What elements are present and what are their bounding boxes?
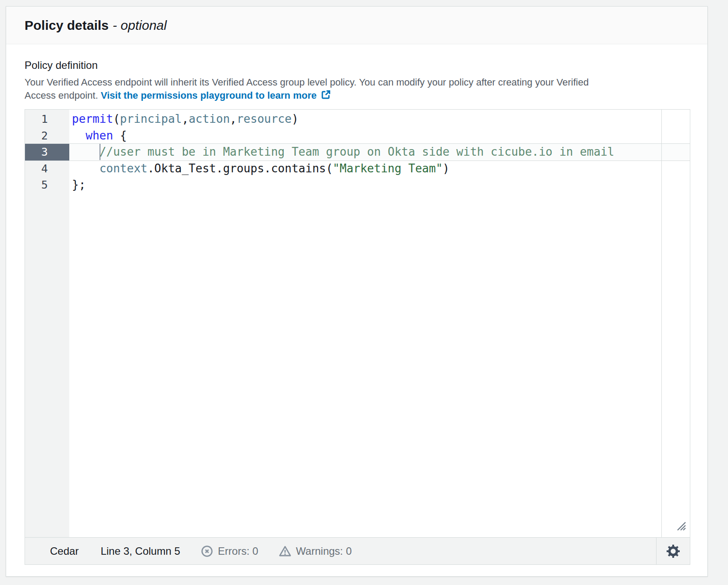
code-line-2[interactable]: when {: [69, 128, 690, 144]
panel-title-optional: - optional: [113, 18, 167, 33]
code-line-3[interactable]: //user must be in Marketing Team group o…: [69, 144, 690, 161]
warning-triangle-icon: [278, 545, 292, 558]
code-line-1[interactable]: permit(principal,action,resource): [69, 111, 690, 128]
code-token-plain: [72, 129, 86, 142]
error-count: Errors: 0: [200, 545, 258, 558]
line-number-2[interactable]: 2: [25, 128, 69, 144]
gear-icon: [666, 544, 681, 559]
code-token-comment: //user must be in Marketing Team group o…: [100, 145, 614, 158]
code-editor: 12345 permit(principal,action,resource) …: [25, 109, 690, 565]
code-line-4[interactable]: context.Okta_Test.groups.contains("Marke…: [69, 161, 690, 177]
editor-gutter: 12345: [25, 110, 69, 537]
status-language: Cedar: [50, 545, 79, 557]
code-token-plain: ,: [182, 112, 189, 125]
policy-description: Your Verified Access endpoint will inher…: [25, 76, 690, 104]
code-token-plain: };: [72, 178, 86, 191]
code-token-keyword: when: [86, 129, 113, 142]
code-token-identifier: resource: [237, 112, 292, 125]
description-line-2-prefix: Access endpoint.: [25, 90, 101, 101]
code-token-plain: [72, 145, 100, 158]
line-number-4[interactable]: 4: [25, 161, 69, 177]
editor-resize-handle[interactable]: [675, 520, 687, 533]
external-link-icon: [320, 89, 332, 104]
panel-body: Policy definition Your Verified Access e…: [6, 44, 707, 565]
resize-grip-icon: [675, 520, 687, 531]
error-count-label: Errors: 0: [218, 545, 258, 557]
code-token-identifier: principal: [120, 112, 182, 125]
status-cursor-position: Line 3, Column 5: [100, 545, 180, 557]
line-number-1[interactable]: 1: [25, 111, 69, 128]
code-token-keyword: permit: [72, 112, 113, 125]
code-token-plain: ): [292, 112, 299, 125]
code-token-plain: {: [113, 129, 127, 142]
description-line-2: Access endpoint. Visit the permissions p…: [25, 89, 690, 104]
panel-title: Policy details: [25, 18, 109, 33]
code-token-plain: [72, 162, 100, 175]
code-token-plain: ): [443, 162, 450, 175]
description-line-1: Your Verified Access endpoint will inher…: [25, 76, 690, 89]
warning-count: Warnings: 0: [278, 545, 352, 558]
settings-button[interactable]: [656, 538, 690, 564]
permissions-playground-link[interactable]: Visit the permissions playground to lear…: [101, 90, 317, 101]
code-editor-area[interactable]: 12345 permit(principal,action,resource) …: [25, 110, 690, 537]
code-line-5[interactable]: };: [69, 177, 690, 193]
error-circle-icon: [200, 545, 214, 558]
code-token-plain: ,: [230, 112, 237, 125]
code-token-string: "Marketing Team": [333, 162, 443, 175]
policy-details-panel: Policy details - optional Policy definit…: [6, 6, 708, 577]
code-token-identifier: action: [189, 112, 230, 125]
code-token-identifier: context: [100, 162, 148, 175]
editor-content[interactable]: permit(principal,action,resource) when {…: [69, 110, 690, 537]
line-number-5[interactable]: 5: [25, 177, 69, 193]
policy-definition-label: Policy definition: [25, 59, 690, 71]
warning-count-label: Warnings: 0: [296, 545, 352, 557]
code-token-plain: (: [113, 112, 120, 125]
editor-status-bar: Cedar Line 3, Column 5 Errors: 0: [25, 537, 690, 564]
code-token-plain: .Okta_Test.groups.contains(: [147, 162, 333, 175]
panel-header: Policy details - optional: [6, 7, 707, 44]
line-number-3[interactable]: 3: [25, 144, 69, 161]
scrollbar-track: [661, 110, 662, 537]
